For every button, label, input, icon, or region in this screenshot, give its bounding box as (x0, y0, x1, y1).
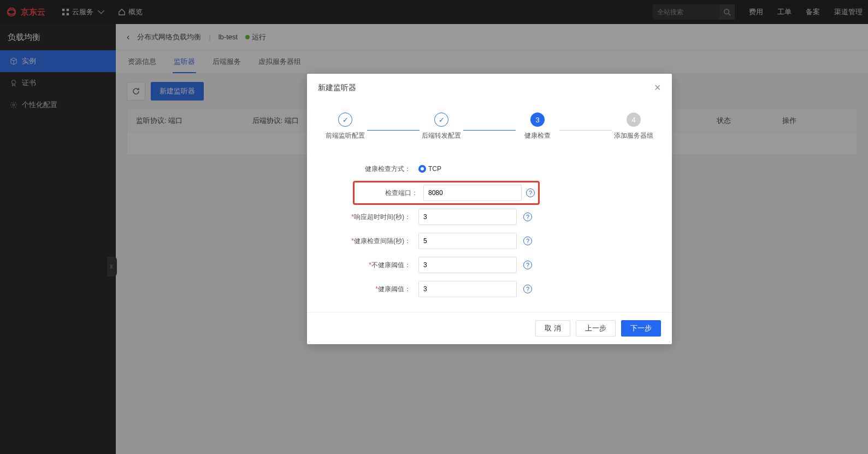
check-icon: ✓ (434, 113, 448, 127)
create-listener-modal: 新建监听器 ✕ ✓ 前端监听配置 ✓ 后端转发配置 3 健康检查 4 添加服务器… (307, 74, 672, 344)
input-unhealthy[interactable] (418, 257, 517, 273)
row-healthy: *健康阈值： ? (329, 277, 639, 301)
next-button[interactable]: 下一步 (621, 320, 661, 337)
help-icon[interactable]: ? (523, 285, 532, 293)
row-interval: *健康检查间隔(秒)： ? (329, 229, 639, 253)
step-4: 4 添加服务器组 (612, 113, 656, 140)
highlight-check-port: 检查端口： ? (353, 181, 540, 205)
step-1: ✓ 前端监听配置 (323, 113, 367, 140)
label-unhealthy: 不健康阈值： (371, 261, 411, 269)
radio-dot-icon (418, 165, 426, 173)
input-timeout[interactable] (418, 209, 517, 225)
row-timeout: *响应超时时间(秒)： ? (329, 205, 639, 229)
radio-tcp[interactable]: TCP (418, 165, 441, 173)
input-interval[interactable] (418, 233, 517, 249)
cancel-button[interactable]: 取 消 (535, 320, 570, 337)
step-number: 3 (530, 113, 545, 127)
label-timeout: 响应超时时间(秒)： (354, 213, 411, 221)
step-connector (559, 130, 612, 131)
modal-title: 新建监听器 (318, 83, 356, 93)
label-health-method: 健康检查方式： (329, 164, 416, 174)
step-number: 4 (627, 113, 641, 127)
row-health-method: 健康检查方式： TCP (329, 157, 639, 181)
row-check-port: 检查端口： ? (329, 181, 639, 205)
label-interval: 健康检查间隔(秒)： (354, 237, 411, 245)
step-connector (463, 130, 516, 131)
step-3: 3 健康检查 (516, 113, 559, 140)
input-check-port[interactable] (423, 185, 522, 201)
label-check-port: 检查端口： (358, 188, 423, 198)
input-healthy[interactable] (418, 281, 517, 297)
prev-button[interactable]: 上一步 (576, 320, 616, 337)
check-icon: ✓ (338, 113, 352, 127)
help-icon[interactable]: ? (526, 188, 535, 197)
help-icon[interactable]: ? (523, 237, 532, 245)
help-icon[interactable]: ? (523, 213, 532, 221)
row-unhealthy: *不健康阈值： ? (329, 253, 639, 277)
label-healthy: 健康阈值： (378, 285, 411, 293)
step-connector (367, 130, 420, 131)
help-icon[interactable]: ? (523, 261, 532, 269)
step-2: ✓ 后端转发配置 (420, 113, 463, 140)
modal-footer: 取 消 上一步 下一步 (307, 312, 672, 344)
step-indicator: ✓ 前端监听配置 ✓ 后端转发配置 3 健康检查 4 添加服务器组 (307, 102, 672, 146)
close-icon[interactable]: ✕ (654, 82, 661, 93)
health-check-form: 健康检查方式： TCP 检查端口： ? *响应超时时间(秒)： ? *健康检查间… (307, 146, 672, 312)
